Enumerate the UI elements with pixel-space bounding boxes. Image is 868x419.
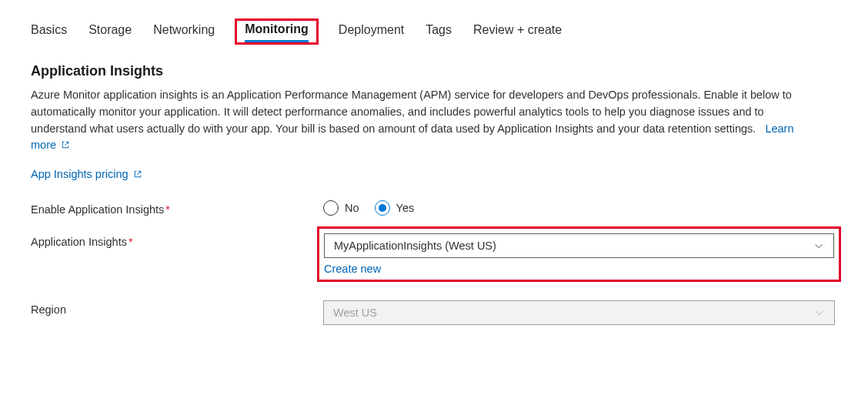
radio-circle xyxy=(323,200,339,216)
tab-deployment[interactable]: Deployment xyxy=(339,23,404,43)
radio-option-yes[interactable]: Yes xyxy=(375,200,415,216)
field-label: Application Insights* xyxy=(31,233,323,248)
section-description: Azure Monitor application insights is an… xyxy=(31,87,816,154)
tab-tags[interactable]: Tags xyxy=(426,23,452,43)
field-region: Region West US xyxy=(31,300,837,325)
radio-circle-checked xyxy=(375,200,390,216)
enable-radio-group: No Yes xyxy=(323,200,835,216)
app-insights-dropdown[interactable]: MyApplicationInsights (West US) xyxy=(324,233,834,258)
field-label: Region xyxy=(31,300,323,316)
tab-storage[interactable]: Storage xyxy=(88,23,132,43)
pricing-link-label: App Insights pricing xyxy=(31,168,129,180)
field-label: Enable Application Insights* xyxy=(31,200,323,216)
create-new-link[interactable]: Create new xyxy=(324,263,834,275)
external-link-icon xyxy=(133,169,142,179)
tab-review-create[interactable]: Review + create xyxy=(473,23,562,43)
ai-resource-label-text: Application Insights xyxy=(31,236,127,248)
tab-networking[interactable]: Networking xyxy=(153,23,215,43)
section-description-text: Azure Monitor application insights is an… xyxy=(31,89,792,135)
required-indicator: * xyxy=(129,236,133,248)
section-title: Application Insights xyxy=(31,63,837,79)
highlight-monitoring-tab: Monitoring xyxy=(235,18,319,45)
tab-bar: Basics Storage Networking Monitoring Dep… xyxy=(31,23,837,43)
region-label-text: Region xyxy=(31,303,66,316)
field-enable-app-insights: Enable Application Insights* No Yes xyxy=(31,200,837,216)
external-link-icon xyxy=(61,140,70,149)
tab-monitoring[interactable]: Monitoring xyxy=(245,22,309,42)
region-dropdown: West US xyxy=(323,300,835,325)
radio-dot xyxy=(379,204,386,212)
radio-label-yes: Yes xyxy=(396,202,415,214)
tab-basics[interactable]: Basics xyxy=(31,23,67,43)
radio-option-no[interactable]: No xyxy=(323,200,359,216)
radio-label-no: No xyxy=(345,202,359,214)
dropdown-selected-value: MyApplicationInsights (West US) xyxy=(334,240,496,252)
pricing-link[interactable]: App Insights pricing xyxy=(31,168,142,180)
chevron-down-icon xyxy=(813,240,824,251)
chevron-down-icon xyxy=(814,307,825,318)
field-app-insights-resource: Application Insights* MyApplicationInsig… xyxy=(31,233,837,293)
region-value: West US xyxy=(333,307,377,319)
required-indicator: * xyxy=(165,203,170,216)
highlight-app-insights-field: MyApplicationInsights (West US) Create n… xyxy=(317,226,841,282)
enable-label-text: Enable Application Insights xyxy=(31,203,164,216)
